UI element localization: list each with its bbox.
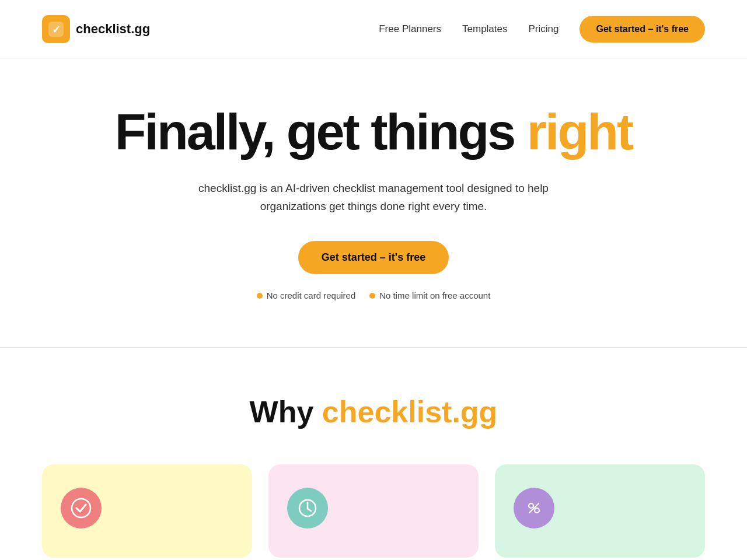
nav-cta-button[interactable]: Get started – it's free (580, 16, 705, 43)
logo-icon: ✓ (42, 15, 70, 43)
svg-line-5 (308, 509, 311, 511)
why-title-accent: checklist.gg (322, 395, 498, 429)
svg-point-2 (72, 499, 90, 517)
logo-text: checklist.gg (76, 22, 150, 37)
badge-text-2: No time limit on free account (379, 290, 490, 300)
hero-badges: No credit card required No time limit on… (257, 290, 491, 300)
hero-title-accent: right (527, 103, 633, 160)
why-section: Why checklist.gg (0, 348, 747, 560)
why-cards (42, 464, 705, 558)
svg-point-6 (307, 502, 309, 504)
svg-text:✓: ✓ (52, 24, 61, 36)
why-title: Why checklist.gg (250, 394, 498, 429)
nav-templates[interactable]: Templates (462, 23, 507, 35)
badge-dot-2 (369, 293, 375, 299)
svg-point-7 (529, 503, 533, 508)
hero-description: checklist.gg is an AI-driven checklist m… (198, 180, 549, 215)
badge-text-1: No credit card required (267, 290, 356, 300)
hero-section: Finally, get things right checklist.gg i… (0, 58, 747, 348)
why-card-1-icon (61, 488, 102, 528)
badge-no-credit-card: No credit card required (257, 290, 356, 300)
hero-title: Finally, get things right (115, 105, 632, 159)
why-card-2-icon (287, 488, 328, 528)
svg-point-8 (535, 508, 539, 513)
why-card-3 (495, 464, 705, 558)
nav-links: Free Planners Templates Pricing Get star… (379, 16, 705, 43)
why-title-plain: Why (250, 395, 322, 429)
badge-dot-1 (257, 293, 263, 299)
why-card-1 (42, 464, 252, 558)
hero-title-plain: Finally, get things (115, 103, 527, 160)
badge-no-time-limit: No time limit on free account (369, 290, 490, 300)
why-card-2 (268, 464, 479, 558)
hero-cta-button[interactable]: Get started – it's free (298, 241, 449, 274)
nav-pricing[interactable]: Pricing (529, 23, 559, 35)
logo-link[interactable]: ✓ checklist.gg (42, 15, 150, 43)
navbar: ✓ checklist.gg Free Planners Templates P… (0, 0, 747, 58)
why-card-3-icon (514, 488, 554, 528)
nav-free-planners[interactable]: Free Planners (379, 23, 441, 35)
